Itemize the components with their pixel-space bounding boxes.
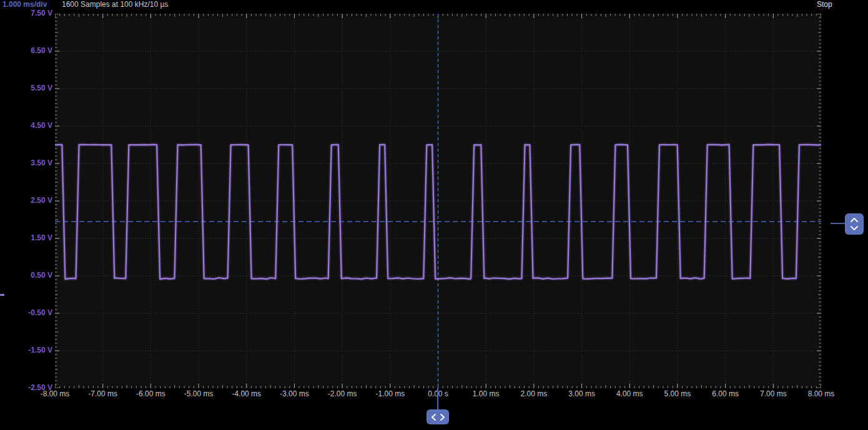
chevron-down-icon[interactable] <box>849 225 860 232</box>
voltage-tick-label: 6.50 V <box>0 46 52 55</box>
voltage-tick-label: -1.50 V <box>0 346 52 354</box>
voltage-tick-label: 5.50 V <box>0 84 52 92</box>
chevron-left-icon[interactable] <box>431 413 436 421</box>
waveform-plot-canvas[interactable] <box>55 14 821 388</box>
timebase-setting[interactable]: 1.000 ms/div <box>2 0 47 9</box>
voltage-tick-label: 7.50 V <box>0 9 52 17</box>
voltage-tick-label: 2.50 V <box>0 196 52 205</box>
sample-rate-info: 1600 Samples at 100 kHz/10 µs <box>62 0 168 9</box>
trigger-position-handle[interactable] <box>427 409 449 424</box>
oscilloscope-screen: 1.000 ms/div 1600 Samples at 100 kHz/10 … <box>0 0 868 430</box>
voltage-tick-label: 4.50 V <box>0 121 52 130</box>
trigger-level-stepper[interactable] <box>845 213 864 235</box>
trigger-level-connector <box>831 223 845 224</box>
trigger-position-connector <box>437 388 438 411</box>
voltage-tick-label: -0.50 V <box>0 308 52 317</box>
channel-ground-marker[interactable] <box>0 294 4 296</box>
run-stop-button[interactable]: Stop <box>817 0 832 9</box>
voltage-tick-label: 0.50 V <box>0 271 52 280</box>
chevron-right-icon[interactable] <box>440 413 445 421</box>
voltage-tick-label: 1.50 V <box>0 233 52 242</box>
chevron-up-icon[interactable] <box>849 217 860 223</box>
voltage-tick-label: 3.50 V <box>0 159 52 167</box>
time-tick-label: 8.00 ms <box>793 389 849 398</box>
